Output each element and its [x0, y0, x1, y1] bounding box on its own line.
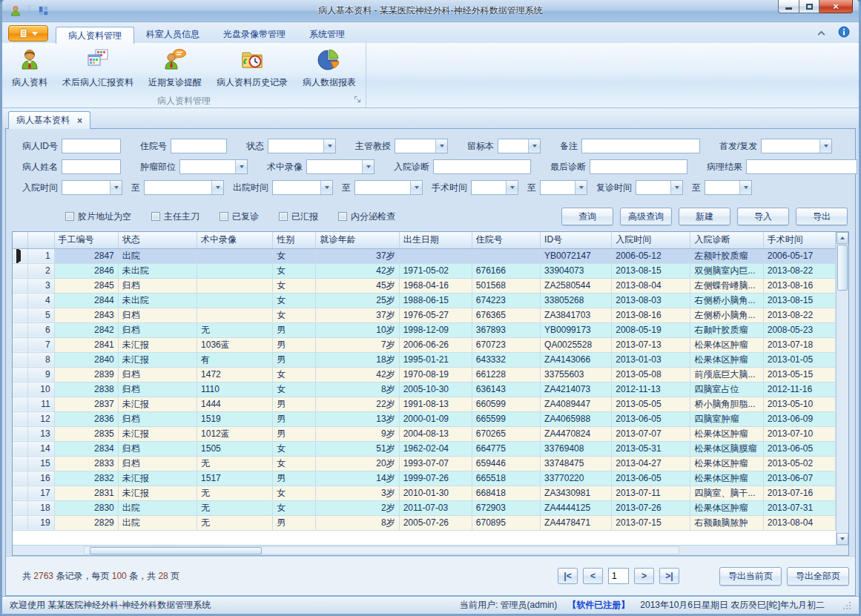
button-查询[interactable]: 查询 — [561, 208, 613, 225]
ribbon-tab-系统管理[interactable]: 系统管理 — [297, 26, 357, 43]
table-row[interactable]: 52843归档女37岁1976-05-27676365ZA38417032013… — [13, 308, 836, 322]
filter-input-病人姓名[interactable] — [62, 159, 121, 174]
filter-combo-复诊时间[interactable] — [636, 180, 683, 195]
filter-combo-肿瘤部位[interactable] — [179, 159, 248, 174]
minimize-button[interactable] — [778, 0, 799, 13]
column-header-状态[interactable]: 状态 — [118, 232, 197, 248]
table-row[interactable]: 42844未出院女25岁1988-06-15674223338052682013… — [13, 293, 836, 308]
filter-input-住院号[interactable] — [171, 139, 227, 153]
column-header-出生日期[interactable]: 出生日期 — [399, 232, 472, 248]
collapse-ribbon-icon[interactable] — [817, 28, 826, 39]
table-row[interactable]: 152833归档无女20岁1993-07-0765944633748475201… — [13, 456, 836, 471]
combo-dropdown-button[interactable] — [211, 181, 223, 194]
table-row[interactable]: 192829出院无男8岁2005-07-26670895ZA4478471201… — [13, 515, 836, 530]
app-logo-icon[interactable] — [8, 4, 23, 19]
horizontal-scroll-track[interactable] — [84, 546, 679, 554]
combo-dropdown-button[interactable] — [575, 181, 587, 194]
scroll-down-button[interactable] — [837, 533, 848, 545]
info-icon[interactable] — [838, 26, 850, 40]
table-row[interactable]: 32845归档女45岁1968-04-16501568ZA25805442013… — [13, 278, 836, 293]
ribbon-button-reminder[interactable]: 近期复诊提醒 — [142, 44, 208, 94]
table-row[interactable]: 92839归档1472女42岁1970-08-19661228337556032… — [13, 367, 836, 382]
filter-combo-至[interactable] — [540, 180, 587, 195]
layout-icon[interactable] — [36, 4, 50, 19]
tab-patient-basic-info[interactable]: 病人基本资料 × — [8, 111, 90, 129]
filter-combo-入院时间[interactable] — [62, 180, 122, 195]
tab-close-icon[interactable]: × — [77, 116, 82, 125]
close-button[interactable]: × — [819, 0, 853, 13]
combo-dropdown-button[interactable] — [739, 181, 751, 194]
filter-input-备注[interactable] — [581, 139, 700, 153]
filter-combo-留标本[interactable] — [498, 139, 541, 153]
combo-dropdown-button[interactable] — [528, 139, 540, 153]
column-header-ID号[interactable]: ID号 — [541, 232, 612, 248]
last-page-button[interactable]: >| — [659, 568, 679, 584]
table-row[interactable]: 72841未汇报1036蓝男7岁2006-06-26670723QA002552… — [13, 337, 836, 352]
button-导入[interactable]: 导入 — [737, 208, 789, 225]
ribbon-button-patient[interactable]: 病人资料 — [5, 44, 54, 94]
button-导出[interactable]: 导出 — [796, 208, 848, 225]
ribbon-tab-病人资料管理[interactable]: 病人资料管理 — [56, 27, 134, 44]
page-number-input[interactable] — [608, 568, 629, 584]
filter-combo-术中录像[interactable] — [306, 159, 375, 174]
filter-combo-至[interactable] — [354, 180, 423, 195]
filter-combo-至[interactable] — [144, 180, 224, 195]
filter-combo-手术时间[interactable] — [471, 180, 518, 195]
table-row[interactable]: 62842归档无男10岁1998-12-09367893YB0099173200… — [13, 322, 836, 337]
combo-dropdown-button[interactable] — [362, 160, 374, 173]
combo-dropdown-button[interactable] — [670, 181, 682, 194]
combo-dropdown-button[interactable] — [506, 181, 518, 194]
table-row[interactable]: 82840未汇报有男18岁1995-01-21643332ZA414306620… — [13, 352, 836, 367]
table-row[interactable]: 162832未汇报1517男14岁1999-07-266655183377022… — [13, 471, 836, 486]
dialog-launcher-icon[interactable] — [354, 95, 361, 105]
column-header-入院时间[interactable]: 入院时间 — [612, 232, 690, 248]
filter-combo-首发/复发[interactable] — [761, 139, 832, 153]
resize-grip[interactable] — [842, 601, 851, 610]
ribbon-button-chart[interactable]: 病人数据报表 — [296, 44, 363, 94]
combo-dropdown-button[interactable] — [435, 139, 447, 153]
button-高级查询[interactable]: 高级查询 — [620, 208, 672, 225]
first-page-button[interactable]: |< — [558, 568, 578, 584]
checkbox-主任主刀[interactable]: 主任主刀 — [151, 211, 199, 223]
ribbon-button-history[interactable]: 病人资料历史记录 — [210, 44, 294, 94]
filter-combo-主管教授[interactable] — [395, 139, 448, 153]
combo-dropdown-button[interactable] — [320, 181, 332, 194]
vertical-scroll-track[interactable] — [837, 291, 848, 533]
table-row[interactable]: 102838归档1110女8岁2005-10-30636143ZA4214073… — [13, 382, 836, 397]
next-page-button[interactable]: > — [634, 568, 654, 584]
export-all-pages-button[interactable]: 导出全部页 — [787, 567, 849, 586]
combo-dropdown-button[interactable] — [323, 139, 335, 153]
ribbon-tab-科室人员信息[interactable]: 科室人员信息 — [134, 26, 211, 43]
scroll-up-button[interactable] — [837, 232, 848, 244]
ribbon-button-report[interactable]: 术后病人汇报资料 — [56, 44, 140, 94]
column-header-手术时间[interactable]: 手术时间 — [763, 232, 835, 248]
table-row[interactable]: 142834归档1505女51岁1962-02-0466477533769408… — [13, 441, 836, 456]
license-link[interactable]: 【软件已注册】 — [567, 599, 630, 612]
table-row[interactable]: 182830出院无女2岁2011-07-03672903ZA4444125201… — [13, 500, 836, 515]
combo-dropdown-button[interactable] — [410, 181, 422, 194]
application-menu-button[interactable] — [8, 25, 48, 42]
button-新建[interactable]: 新建 — [679, 208, 730, 225]
column-header-术中录像[interactable]: 术中录像 — [197, 232, 273, 248]
column-header-手工编号[interactable]: 手工编号 — [54, 232, 118, 248]
table-row[interactable]: 22846未出院女42岁1971-05-02676166339040732013… — [13, 263, 836, 278]
checkbox-已汇报[interactable]: 已汇报 — [279, 211, 318, 223]
filter-input-病人ID号[interactable] — [62, 139, 121, 153]
combo-dropdown-button[interactable] — [110, 181, 122, 194]
filter-input-最后诊断[interactable] — [590, 159, 687, 174]
checkbox-胶片地址为空[interactable]: 胶片地址为空 — [65, 211, 131, 223]
filter-combo-出院时间[interactable] — [272, 180, 333, 195]
column-header-住院号[interactable]: 住院号 — [472, 232, 540, 248]
column-header-入院诊断[interactable]: 入院诊断 — [690, 232, 763, 248]
filter-input-病理结果[interactable] — [746, 159, 857, 174]
filter-combo-状态[interactable] — [268, 139, 336, 153]
filter-combo-至[interactable] — [705, 180, 752, 195]
export-current-page-button[interactable]: 导出当前页 — [719, 567, 782, 586]
column-header-就诊年龄[interactable]: 就诊年龄 — [316, 232, 399, 248]
table-row[interactable]: 12847出院女37岁YB00721472006-05-12左额叶胶质瘤2006… — [13, 248, 836, 263]
checkbox-内分泌检查[interactable]: 内分泌检查 — [338, 211, 395, 223]
table-row[interactable]: 132835未汇报1012蓝男9岁2004-08-13670265ZA44708… — [13, 426, 836, 441]
checkbox-已复诊[interactable]: 已复诊 — [220, 211, 259, 223]
filter-input-入院诊断[interactable] — [433, 159, 531, 174]
prev-page-button[interactable]: < — [583, 568, 603, 584]
